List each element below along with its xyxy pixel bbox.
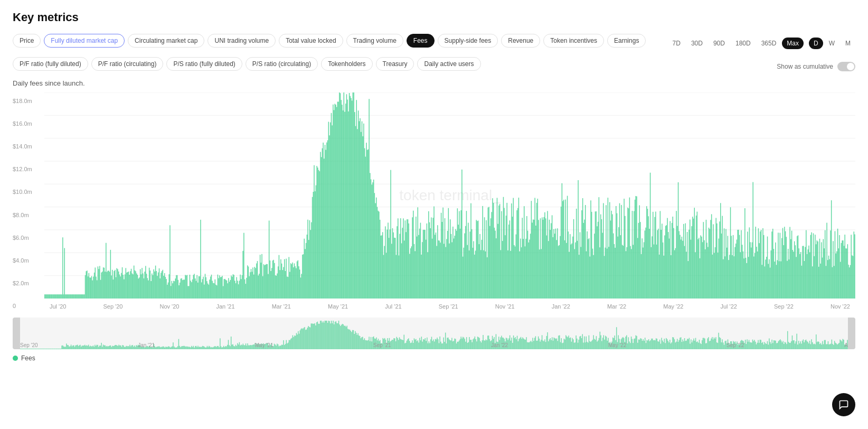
minimap-handle-right[interactable] bbox=[848, 318, 855, 349]
svg-rect-394 bbox=[390, 170, 391, 299]
svg-rect-482 bbox=[470, 231, 470, 299]
time-btn-180d[interactable]: 180D bbox=[731, 38, 756, 49]
metric-chip-trading-volume[interactable]: Trading volume bbox=[346, 34, 403, 48]
svg-rect-110 bbox=[135, 271, 135, 299]
svg-rect-75 bbox=[103, 267, 103, 299]
svg-rect-403 bbox=[399, 256, 399, 299]
svg-rect-879 bbox=[827, 260, 828, 299]
svg-rect-166 bbox=[185, 275, 185, 299]
svg-rect-249 bbox=[260, 255, 260, 299]
cumulative-switch[interactable] bbox=[837, 62, 855, 71]
metric-chip-fees[interactable]: Fees bbox=[407, 34, 435, 48]
svg-rect-109 bbox=[134, 266, 134, 299]
metric-chip-total-value-locked[interactable]: Total value locked bbox=[279, 34, 343, 48]
metric-chip-pf-ratio-fully-diluted[interactable]: P/F ratio (fully diluted) bbox=[13, 57, 88, 71]
metric-chip-daily-active-users[interactable]: Daily active users bbox=[417, 57, 480, 71]
svg-rect-632 bbox=[605, 248, 606, 299]
metric-chip-ps-ratio-circulating[interactable]: P/S ratio (circulating) bbox=[246, 57, 318, 71]
svg-rect-212 bbox=[227, 281, 227, 299]
svg-rect-117 bbox=[141, 274, 141, 299]
svg-rect-827 bbox=[780, 262, 781, 299]
svg-rect-90 bbox=[116, 268, 117, 299]
metric-chip-price[interactable]: Price bbox=[13, 34, 41, 48]
metric-chip-ps-ratio-fully-diluted[interactable]: P/S ratio (fully diluted) bbox=[166, 57, 242, 71]
metric-chip-pf-ratio-circulating[interactable]: P/F ratio (circulating) bbox=[91, 57, 164, 71]
svg-rect-179 bbox=[196, 275, 197, 299]
svg-rect-870 bbox=[819, 239, 820, 299]
gran-btn-d[interactable]: D bbox=[809, 38, 823, 49]
svg-rect-734 bbox=[697, 212, 697, 299]
time-btn-90d[interactable]: 90D bbox=[709, 38, 730, 49]
svg-rect-732 bbox=[695, 252, 695, 299]
svg-rect-407 bbox=[402, 228, 403, 299]
x-label: May '21 bbox=[328, 303, 348, 310]
svg-rect-405 bbox=[400, 218, 401, 299]
chat-button[interactable] bbox=[832, 393, 855, 416]
metric-chip-revenue[interactable]: Revenue bbox=[501, 34, 540, 48]
svg-rect-267 bbox=[276, 276, 277, 299]
minimap-handle-left[interactable] bbox=[13, 318, 20, 349]
metric-chip-token-incentives[interactable]: Token incentives bbox=[543, 34, 604, 48]
svg-rect-358 bbox=[358, 110, 358, 299]
svg-rect-344 bbox=[345, 104, 346, 299]
metric-chip-circulating-market-cap[interactable]: Circulating market cap bbox=[128, 34, 204, 48]
metric-chip-tokenholders[interactable]: Tokenholders bbox=[321, 57, 372, 71]
svg-rect-81 bbox=[108, 271, 109, 299]
svg-rect-602 bbox=[578, 180, 578, 299]
svg-rect-332 bbox=[335, 104, 335, 299]
svg-rect-443 bbox=[435, 235, 435, 299]
gran-btn-w[interactable]: W bbox=[824, 38, 839, 49]
svg-rect-561 bbox=[541, 249, 541, 299]
svg-rect-797 bbox=[753, 257, 754, 299]
svg-rect-929 bbox=[37, 349, 38, 349]
svg-rect-25 bbox=[58, 294, 59, 299]
svg-rect-757 bbox=[718, 253, 718, 299]
svg-rect-555 bbox=[535, 226, 536, 299]
svg-rect-620 bbox=[594, 234, 595, 299]
gran-btn-m[interactable]: M bbox=[841, 38, 855, 49]
svg-rect-570 bbox=[549, 220, 550, 299]
svg-rect-73 bbox=[101, 273, 102, 299]
metric-chip-supply-side-fees[interactable]: Supply-side fees bbox=[438, 34, 498, 48]
svg-rect-683 bbox=[651, 247, 652, 299]
svg-rect-357 bbox=[357, 129, 357, 299]
svg-rect-704 bbox=[669, 221, 670, 299]
svg-rect-813 bbox=[768, 264, 768, 299]
svg-rect-152 bbox=[172, 283, 173, 299]
svg-rect-146 bbox=[167, 285, 167, 299]
svg-rect-720 bbox=[684, 246, 685, 299]
svg-rect-185 bbox=[202, 279, 203, 299]
metric-chip-uni-trading-volume[interactable]: UNI trading volume bbox=[207, 34, 276, 48]
svg-rect-41 bbox=[72, 294, 73, 299]
svg-rect-446 bbox=[437, 225, 438, 299]
svg-rect-404 bbox=[399, 234, 400, 299]
svg-rect-52 bbox=[82, 294, 83, 299]
svg-rect-831 bbox=[784, 227, 785, 299]
time-btn-max[interactable]: Max bbox=[782, 38, 804, 49]
svg-rect-842 bbox=[794, 241, 795, 299]
y-label: $6.0m bbox=[13, 235, 44, 241]
svg-rect-913 bbox=[23, 349, 23, 349]
svg-rect-225 bbox=[238, 284, 239, 299]
svg-rect-767 bbox=[727, 248, 727, 299]
metric-chip-treasury[interactable]: Treasury bbox=[376, 57, 414, 71]
time-btn-365d[interactable]: 365D bbox=[757, 38, 781, 49]
svg-rect-583 bbox=[561, 207, 561, 299]
svg-rect-442 bbox=[433, 207, 434, 299]
svg-rect-825 bbox=[779, 261, 779, 299]
svg-rect-485 bbox=[473, 248, 473, 299]
time-btn-7d[interactable]: 7D bbox=[668, 38, 685, 49]
svg-rect-480 bbox=[468, 223, 468, 299]
svg-rect-432 bbox=[424, 230, 425, 299]
svg-rect-233 bbox=[246, 284, 246, 299]
svg-rect-40 bbox=[71, 294, 72, 299]
minimap[interactable]: Sep '20Jan '21May '21Sep '21Jan '22May '… bbox=[13, 318, 855, 349]
svg-rect-725 bbox=[688, 230, 689, 299]
time-btn-30d[interactable]: 30D bbox=[686, 38, 707, 49]
x-label: Jan '22 bbox=[552, 303, 570, 310]
svg-rect-714 bbox=[678, 231, 679, 299]
svg-rect-489 bbox=[476, 220, 476, 299]
svg-rect-631 bbox=[604, 256, 605, 299]
metric-chip-fully-diluted-market-cap[interactable]: Fully diluted market cap bbox=[44, 34, 125, 48]
metric-chip-earnings[interactable]: Earnings bbox=[607, 34, 646, 48]
